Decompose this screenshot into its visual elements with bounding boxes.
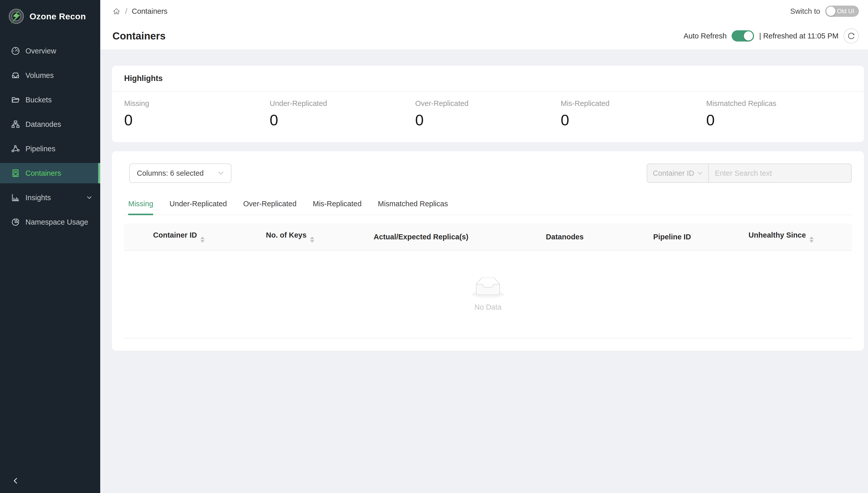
search-group: Container ID: [647, 164, 852, 183]
column-label: Actual/Expected Replica(s): [374, 233, 469, 241]
refresh-button[interactable]: [844, 28, 859, 44]
column-label: Pipeline ID: [653, 233, 691, 241]
search-input[interactable]: [709, 164, 852, 183]
column-header-pipeline-id: Pipeline ID: [634, 223, 710, 251]
stat-under-replicated: Under-Replicated 0: [270, 99, 415, 129]
stat-value: 0: [124, 111, 270, 129]
sidebar-item-overview[interactable]: Overview: [0, 41, 100, 61]
container-icon: [11, 169, 20, 177]
stat-mis-replicated: Mis-Replicated 0: [561, 99, 706, 129]
old-ui-toggle[interactable]: Old UI: [825, 6, 859, 17]
chevron-down-icon: [218, 170, 224, 176]
breadcrumb: / Containers: [112, 7, 167, 16]
sidebar-item-label: Insights: [25, 194, 51, 202]
containers-table: Container ID No. of Keys Actual/Expected…: [124, 223, 852, 251]
tab-label: Over-Replicated: [243, 200, 297, 208]
table-header-row: Container ID No. of Keys Actual/Expected…: [124, 223, 852, 251]
cluster-icon: [11, 120, 20, 129]
tab-over-replicated[interactable]: Over-Replicated: [243, 194, 297, 215]
sidebar-item-label: Volumes: [25, 71, 54, 80]
sidebar-item-namespace-usage[interactable]: Namespace Usage: [0, 212, 100, 232]
highlights-card: Highlights Missing 0 Under-Replicated 0 …: [112, 66, 864, 142]
pipeline-icon: [11, 144, 20, 153]
toggle-knob: [744, 31, 753, 41]
column-header-datanodes: Datanodes: [496, 223, 634, 251]
sidebar-item-pipelines[interactable]: Pipelines: [0, 138, 100, 159]
sidebar-item-containers[interactable]: Containers: [0, 163, 100, 183]
columns-select-value: Columns: 6 selected: [137, 169, 204, 177]
stat-label: Mis-Replicated: [561, 99, 706, 108]
empty-inbox-icon: [472, 278, 504, 298]
stat-missing: Missing 0: [124, 99, 270, 129]
breadcrumb-separator: /: [125, 7, 127, 16]
tab-label: Missing: [128, 200, 153, 208]
inbox-icon: [11, 71, 20, 80]
stat-over-replicated: Over-Replicated 0: [415, 99, 561, 129]
tab-label: Mis-Replicated: [313, 200, 362, 208]
switch-to-label: Switch to: [790, 7, 820, 16]
stat-value: 0: [561, 111, 706, 129]
sort-icon: [809, 237, 814, 243]
page-title: Containers: [112, 30, 166, 42]
column-header-no-of-keys[interactable]: No. of Keys: [233, 223, 346, 251]
column-label: Datanodes: [546, 233, 584, 241]
home-icon[interactable]: [112, 7, 120, 15]
page-content: Highlights Missing 0 Under-Replicated 0 …: [100, 49, 868, 351]
sidebar-item-insights[interactable]: Insights: [0, 188, 100, 208]
sidebar-item-label: Containers: [25, 169, 61, 177]
sidebar-item-label: Overview: [25, 47, 56, 55]
sidebar-collapse-trigger[interactable]: [0, 469, 100, 493]
tabs-bar: Missing Under-Replicated Over-Replicated…: [124, 194, 852, 215]
bar-chart-icon: [11, 193, 20, 202]
chevron-down-icon: [87, 195, 92, 200]
stat-label: Under-Replicated: [270, 99, 415, 108]
column-header-actual-expected-replicas: Actual/Expected Replica(s): [346, 223, 496, 251]
main-area: / Containers Switch to Old UI Containers…: [100, 0, 868, 493]
pie-chart-icon: [11, 218, 20, 227]
ozone-logo-icon: [8, 8, 25, 25]
top-strip: / Containers Switch to Old UI Containers…: [100, 0, 868, 49]
sidebar-item-buckets[interactable]: Buckets: [0, 90, 100, 110]
breadcrumb-current: Containers: [132, 7, 167, 16]
sort-icon: [310, 237, 314, 243]
sidebar-item-label: Datanodes: [25, 120, 61, 129]
refreshed-at-text: | Refreshed at 11:05 PM: [759, 32, 839, 40]
stat-value: 0: [270, 111, 415, 129]
brand-title: Ozone Recon: [29, 12, 86, 21]
containers-card: Columns: 6 selected Container ID Missing…: [112, 151, 864, 351]
sidebar-item-datanodes[interactable]: Datanodes: [0, 114, 100, 134]
search-column-value: Container ID: [653, 169, 694, 177]
sidebar-item-volumes[interactable]: Volumes: [0, 65, 100, 86]
tab-missing[interactable]: Missing: [128, 194, 153, 215]
app-root: Ozone Recon Overview Volumes Buckets: [0, 0, 868, 493]
empty-text: No Data: [475, 303, 501, 312]
sidebar-item-label: Namespace Usage: [25, 218, 88, 227]
column-label: Container ID: [153, 231, 197, 239]
tab-mismatched-replicas[interactable]: Mismatched Replicas: [378, 194, 448, 215]
column-header-unhealthy-since[interactable]: Unhealthy Since: [710, 223, 852, 251]
sidebar-item-label: Buckets: [25, 96, 52, 104]
stat-mismatched-replicas: Mismatched Replicas 0: [706, 99, 852, 129]
column-header-container-id[interactable]: Container ID: [124, 223, 233, 251]
old-ui-toggle-label: Old UI: [837, 6, 854, 17]
sidebar: Ozone Recon Overview Volumes Buckets: [0, 0, 100, 493]
sidebar-item-label: Pipelines: [25, 145, 55, 153]
stat-value: 0: [415, 111, 561, 129]
brand: Ozone Recon: [0, 0, 100, 33]
dashboard-icon: [11, 47, 20, 55]
tab-mis-replicated[interactable]: Mis-Replicated: [313, 194, 362, 215]
columns-select[interactable]: Columns: 6 selected: [129, 164, 231, 183]
auto-refresh-toggle[interactable]: [732, 30, 754, 42]
reload-icon: [847, 32, 855, 40]
sort-icon: [201, 237, 205, 243]
highlights-title: Highlights: [112, 66, 864, 92]
tab-label: Under-Replicated: [169, 200, 227, 208]
column-label: Unhealthy Since: [749, 231, 806, 239]
sidebar-menu: Overview Volumes Buckets Datanodes: [0, 37, 100, 469]
folder-open-icon: [11, 95, 20, 104]
auto-refresh-label: Auto Refresh: [684, 32, 727, 40]
chevron-down-icon: [697, 170, 703, 176]
toggle-knob: [826, 7, 836, 16]
search-column-select[interactable]: Container ID: [647, 164, 709, 183]
tab-under-replicated[interactable]: Under-Replicated: [169, 194, 227, 215]
